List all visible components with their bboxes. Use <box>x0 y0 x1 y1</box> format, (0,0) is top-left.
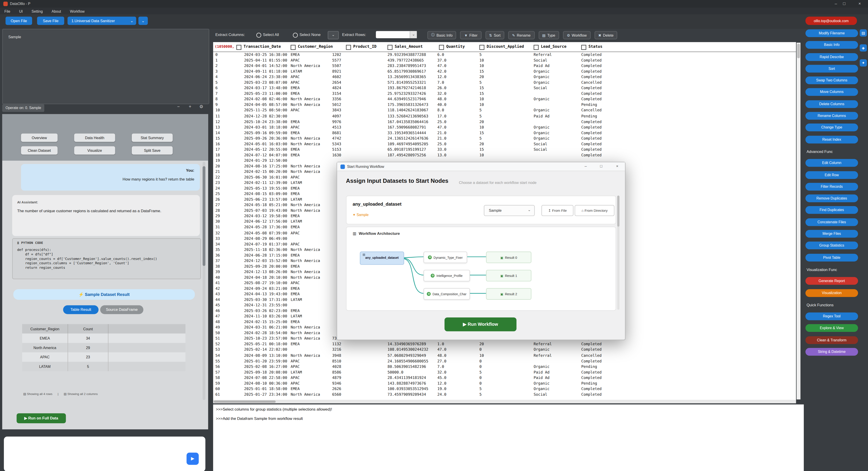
menu-item-about[interactable]: About <box>47 9 66 13</box>
dataset-list-panel[interactable]: Sample <box>2 29 209 104</box>
sidebar-button-visualization[interactable]: Visualization <box>805 289 858 297</box>
account-button[interactable]: olllo.top@outlook.com <box>805 17 857 25</box>
table-row[interactable]: 522025-05-21 00:18:00EMEA113214.33490365… <box>213 342 796 347</box>
edge-panel-icon-3[interactable]: ✦ <box>860 59 867 66</box>
send-button[interactable]: ▶ <box>186 453 199 465</box>
table-row[interactable]: 142025-09-16 09:59:00EMEA868133.19534936… <box>213 130 796 136</box>
table-row[interactable]: 32024-09-11 01:18:00LATAM892165.85179930… <box>213 69 796 75</box>
table-row[interactable]: 162024-05-01 16:03:00North America534310… <box>213 141 796 147</box>
sidebar-button-change-type[interactable]: Change Type <box>805 124 858 131</box>
workflow-node-result-1[interactable]: ▣ Result 1 <box>486 270 531 282</box>
function-button-clean-dataset[interactable]: Clean Dataset <box>21 146 58 155</box>
pipeline-select[interactable]: 1.Universal Data Sanitizer ⌄ <box>68 17 136 25</box>
maximize-icon[interactable]: □ <box>597 164 605 168</box>
sidebar-button-basic-info[interactable]: Basic Info <box>805 41 858 49</box>
sidebar-button-move-columns[interactable]: Move Columns <box>805 88 858 96</box>
workflow-node-source[interactable]: ▤ any_uploaded_dataset <box>360 252 404 265</box>
table-row[interactable]: 612025-01-27 23:34:00North America656073… <box>213 391 796 397</box>
table-row[interactable]: 542024-08-09 13:10:00North America394857… <box>213 353 796 358</box>
function-button-visualize[interactable]: Visualize <box>74 146 115 155</box>
dataset-item-sample[interactable]: Sample <box>8 35 21 39</box>
toolbar-button-workflow[interactable]: ⚙Workflow <box>563 31 590 39</box>
sidebar-button-clean-transform[interactable]: Clean & Transform <box>805 336 858 344</box>
table-row[interactable]: 62024-03-17 13:48:00EMEA4824193.86792742… <box>213 86 796 91</box>
save-file-button[interactable]: Save File <box>37 17 64 25</box>
table-vertical-scrollbar[interactable] <box>797 43 800 400</box>
sidebar-button-string-datetime[interactable]: String & Datetime <box>805 348 858 356</box>
toolbar-button-rename[interactable]: ✎Rename <box>508 31 534 39</box>
sidebar-button-explore-view[interactable]: Explore & View <box>805 324 858 332</box>
function-button-stat-summary[interactable]: Stat Summary <box>132 134 173 142</box>
sidebar-button-regex-tool[interactable]: Regex Tool <box>805 313 858 320</box>
minimize-icon[interactable]: – <box>832 1 840 6</box>
table-row[interactable]: 152025-09-26 20:36:00North America474224… <box>213 136 796 141</box>
sidebar-button-remove-duplicates[interactable]: Remove Duplicates <box>805 195 858 202</box>
sidebar-button-delete-columns[interactable]: Delete Columns <box>805 100 858 108</box>
table-row[interactable]: 22024-04-01 14:52:00North America5507283… <box>213 63 796 69</box>
sidebar-button-concatenate-files[interactable]: Concatenate Files <box>805 218 858 226</box>
table-row[interactable]: 92024-04-05 08:57:00North America5012175… <box>213 102 796 108</box>
select-none-radio[interactable] <box>293 33 298 37</box>
extract-rows-combobox[interactable]: ⌄ <box>376 31 417 38</box>
sidebar-button-rename-columns[interactable]: Rename Columns <box>805 112 858 120</box>
sidebar-button-reset-index[interactable]: Reset Index <box>805 136 858 143</box>
table-row[interactable]: 602025-01-01 18:58:00EMEA2626100.0393305… <box>213 386 796 391</box>
sidebar-button-group-statistics[interactable]: Group Statistics <box>805 242 858 249</box>
sample-dataset-result-button[interactable]: ⚡ Sample Dataset Result <box>13 289 195 300</box>
column-checkbox[interactable] <box>237 45 241 50</box>
table-row[interactable]: 72025-05-23 11:00:00EMEA315425.975232933… <box>213 91 796 97</box>
dialog-scrollbar[interactable] <box>617 196 620 310</box>
column-checkbox[interactable] <box>388 45 392 50</box>
table-row[interactable]: 562025-02-08 16:27:00APAC402880.50639015… <box>213 364 796 370</box>
function-button-split-save[interactable]: Split Save <box>132 146 173 155</box>
toolbar-button-filter[interactable]: ▼Filter <box>460 31 481 39</box>
table-row[interactable]: 182024-07-12 04:07:00EMEA1630187.4954280… <box>213 152 796 158</box>
run-on-full-data-button[interactable]: ▶ Run on Full Data <box>17 413 66 423</box>
minimize-icon[interactable]: – <box>582 164 590 168</box>
chat-input[interactable]: ▶ <box>4 437 205 471</box>
select-all-radio[interactable] <box>256 33 261 37</box>
sidebar-button-swap-two-columns[interactable]: Swap Two Columns <box>805 77 858 84</box>
table-row[interactable]: 552025-01-20 23:59:00APAC851024.16055490… <box>213 358 796 364</box>
sidebar-button-merge-files[interactable]: Merge Files <box>805 230 858 238</box>
table-row[interactable]: 82024-02-08 02:46:00North America335644.… <box>213 97 796 102</box>
column-checkbox[interactable] <box>534 45 538 50</box>
menu-item-ui[interactable]: UI <box>15 9 27 13</box>
chat-scrollbar-thumb[interactable] <box>203 166 205 266</box>
tab-table-result[interactable]: Table Result <box>63 305 98 314</box>
scrollbar-thumb[interactable] <box>617 196 620 227</box>
workflow-node-processor-1[interactable]: ⚙ Dynamic_Type_Fixer <box>423 252 467 263</box>
table-row[interactable]: 122025-10-24 23:38:00EMEA9976167.0413583… <box>213 119 796 124</box>
toolbar-button-sort[interactable]: ⇅Sort <box>485 31 504 39</box>
edge-panel-icon-2[interactable]: ◈ <box>860 45 867 52</box>
column-checkbox[interactable] <box>581 45 586 50</box>
table-row[interactable]: 52025-03-23 08:07:00APAC2654571.81439552… <box>213 80 796 86</box>
scrollbar-thumb[interactable] <box>797 44 800 58</box>
sidebar-button-find-duplicates[interactable]: Find Duplicates <box>805 206 858 214</box>
column-checkbox[interactable] <box>346 45 351 50</box>
table-row[interactable]: 112024-12-28 02:30:004097133.52684213690… <box>213 113 796 119</box>
chat-scrollbar[interactable] <box>203 162 205 400</box>
pipeline-dropdown-button[interactable]: ⌄ <box>138 17 148 25</box>
table-row[interactable]: 172024-05-12 20:55:00EMEA515365.09187195… <box>213 147 796 152</box>
column-checkbox[interactable] <box>479 45 484 50</box>
table-row[interactable]: 582024-07-08 22:58:00APAC487928.43411394… <box>213 375 796 381</box>
menu-item-file[interactable]: File <box>0 9 15 13</box>
table-row[interactable]: 12025-04-11 01:55:00APAC5577439.79772243… <box>213 58 796 63</box>
sidebar-button-rapid-describe[interactable]: Rapid Describe <box>805 53 858 61</box>
from-directory-button[interactable]: ⌂ From Directory <box>575 205 614 216</box>
plus-icon[interactable]: + <box>189 104 191 109</box>
dataset-select[interactable]: Sample ⌄ <box>484 205 535 216</box>
minus-icon[interactable]: − <box>177 104 180 109</box>
table-horizontal-scrollbar[interactable] <box>213 400 796 403</box>
sidebar-button-pivot-table[interactable]: Pivot Table <box>805 254 858 261</box>
table-row[interactable]: 532025-02-14 22:02:003216108.01495300244… <box>213 347 796 353</box>
sidebar-button-edit-column[interactable]: Edit Column <box>805 159 858 167</box>
sidebar-button-filter-records[interactable]: Filter Records <box>805 183 858 190</box>
toolbar-button-delete[interactable]: ✖Delete <box>594 31 618 39</box>
table-row[interactable]: 592024-08-10 00:36:00APAC9346143.8828874… <box>213 381 796 386</box>
table-row[interactable]: 102025-11-25 08:50:00APAC3843118.1404262… <box>213 108 796 113</box>
menu-item-workflow[interactable]: Workflow <box>66 9 89 13</box>
menu-item-setting[interactable]: Setting <box>27 9 47 13</box>
sidebar-button-generate-report[interactable]: Generate Report <box>805 277 858 285</box>
